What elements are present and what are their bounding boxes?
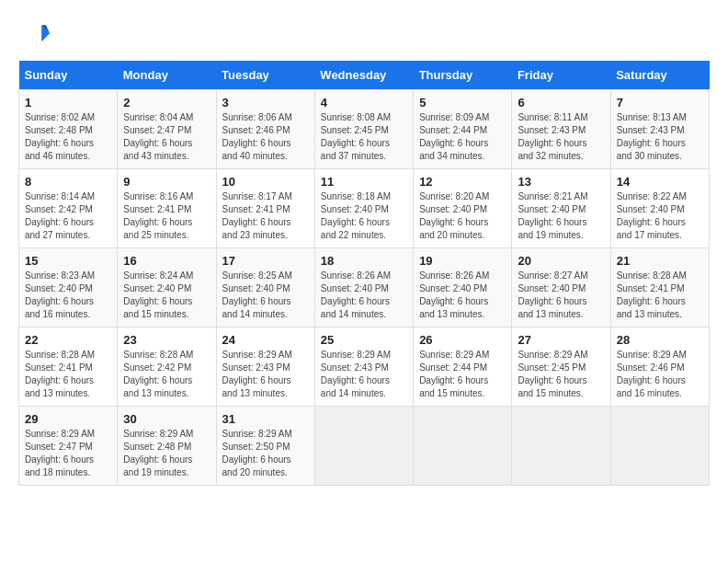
weekday-header-thursday: Thursday: [414, 61, 512, 90]
day-number: 5: [419, 96, 506, 109]
day-number: 27: [518, 333, 604, 347]
calendar-day-7: 7 Sunrise: 8:13 AMSunset: 2:43 PMDayligh…: [610, 90, 709, 169]
day-number: 26: [419, 333, 506, 347]
day-detail: Sunrise: 8:09 AMSunset: 2:44 PMDaylight:…: [419, 112, 489, 161]
calendar-day-4: 4 Sunrise: 8:08 AMSunset: 2:45 PMDayligh…: [314, 90, 413, 169]
day-detail: Sunrise: 8:29 AMSunset: 2:48 PMDaylight:…: [123, 429, 193, 477]
day-detail: Sunrise: 8:29 AMSunset: 2:44 PMDaylight:…: [419, 350, 489, 398]
calendar-day-26: 26 Sunrise: 8:29 AMSunset: 2:44 PMDaylig…: [414, 327, 512, 407]
day-detail: Sunrise: 8:16 AMSunset: 2:41 PMDaylight:…: [123, 191, 193, 240]
calendar-week-1: 1 Sunrise: 8:02 AMSunset: 2:48 PMDayligh…: [19, 90, 710, 169]
day-detail: Sunrise: 8:26 AMSunset: 2:40 PMDaylight:…: [321, 270, 391, 319]
day-detail: Sunrise: 8:21 AMSunset: 2:40 PMDaylight:…: [518, 191, 587, 240]
calendar-day-23: 23 Sunrise: 8:28 AMSunset: 2:42 PMDaylig…: [118, 327, 216, 407]
weekday-header-friday: Friday: [512, 61, 610, 90]
day-detail: Sunrise: 8:23 AMSunset: 2:40 PMDaylight:…: [25, 270, 95, 319]
calendar-day-29: 29 Sunrise: 8:29 AMSunset: 2:47 PMDaylig…: [19, 407, 118, 486]
day-number: 2: [123, 96, 210, 109]
calendar-week-3: 15 Sunrise: 8:23 AMSunset: 2:40 PMDaylig…: [19, 248, 710, 327]
day-number: 3: [222, 96, 309, 109]
calendar-day-12: 12 Sunrise: 8:20 AMSunset: 2:40 PMDaylig…: [414, 169, 512, 248]
day-detail: Sunrise: 8:13 AMSunset: 2:43 PMDaylight:…: [617, 112, 687, 161]
day-detail: Sunrise: 8:06 AMSunset: 2:46 PMDaylight:…: [222, 112, 292, 161]
logo: [18, 18, 57, 52]
day-detail: Sunrise: 8:28 AMSunset: 2:41 PMDaylight:…: [617, 270, 687, 319]
calendar-week-2: 8 Sunrise: 8:14 AMSunset: 2:42 PMDayligh…: [19, 169, 710, 248]
day-number: 24: [222, 333, 309, 347]
day-number: 17: [222, 254, 309, 268]
day-number: 14: [617, 175, 703, 189]
day-number: 20: [518, 254, 604, 268]
day-number: 1: [25, 96, 111, 109]
day-detail: Sunrise: 8:17 AMSunset: 2:41 PMDaylight:…: [222, 191, 292, 240]
day-number: 28: [617, 333, 703, 347]
day-number: 13: [518, 175, 604, 189]
calendar-day-11: 11 Sunrise: 8:18 AMSunset: 2:40 PMDaylig…: [314, 169, 413, 248]
day-detail: Sunrise: 8:14 AMSunset: 2:42 PMDaylight:…: [25, 191, 95, 240]
day-detail: Sunrise: 8:11 AMSunset: 2:43 PMDaylight:…: [518, 112, 587, 161]
day-detail: Sunrise: 8:29 AMSunset: 2:43 PMDaylight:…: [321, 350, 391, 398]
day-number: 12: [419, 175, 506, 189]
day-detail: Sunrise: 8:24 AMSunset: 2:40 PMDaylight:…: [123, 270, 193, 319]
calendar-day-2: 2 Sunrise: 8:04 AMSunset: 2:47 PMDayligh…: [118, 90, 216, 169]
calendar-day-21: 21 Sunrise: 8:28 AMSunset: 2:41 PMDaylig…: [610, 248, 709, 327]
day-number: 19: [419, 254, 506, 268]
day-detail: Sunrise: 8:22 AMSunset: 2:40 PMDaylight:…: [617, 191, 687, 240]
calendar-day-27: 27 Sunrise: 8:29 AMSunset: 2:45 PMDaylig…: [512, 327, 610, 407]
day-number: 23: [123, 333, 210, 347]
weekday-header-saturday: Saturday: [610, 61, 709, 90]
day-detail: Sunrise: 8:25 AMSunset: 2:40 PMDaylight:…: [222, 270, 292, 319]
day-detail: Sunrise: 8:29 AMSunset: 2:46 PMDaylight:…: [617, 350, 687, 398]
calendar-week-5: 29 Sunrise: 8:29 AMSunset: 2:47 PMDaylig…: [19, 407, 710, 486]
weekday-header-monday: Monday: [118, 61, 216, 90]
calendar-day-1: 1 Sunrise: 8:02 AMSunset: 2:48 PMDayligh…: [19, 90, 118, 169]
calendar-day-19: 19 Sunrise: 8:26 AMSunset: 2:40 PMDaylig…: [414, 248, 512, 327]
calendar-day-3: 3 Sunrise: 8:06 AMSunset: 2:46 PMDayligh…: [216, 90, 314, 169]
calendar-day-9: 9 Sunrise: 8:16 AMSunset: 2:41 PMDayligh…: [118, 169, 216, 248]
day-number: 16: [123, 254, 210, 268]
logo-icon: [18, 18, 51, 52]
calendar-day-6: 6 Sunrise: 8:11 AMSunset: 2:43 PMDayligh…: [512, 90, 610, 169]
calendar-day-14: 14 Sunrise: 8:22 AMSunset: 2:40 PMDaylig…: [610, 169, 709, 248]
calendar-day-17: 17 Sunrise: 8:25 AMSunset: 2:40 PMDaylig…: [216, 248, 314, 327]
calendar-day-15: 15 Sunrise: 8:23 AMSunset: 2:40 PMDaylig…: [19, 248, 118, 327]
empty-cell: [610, 407, 709, 486]
calendar-week-4: 22 Sunrise: 8:28 AMSunset: 2:41 PMDaylig…: [19, 327, 710, 407]
day-number: 11: [321, 175, 407, 189]
weekday-header-sunday: Sunday: [19, 61, 118, 90]
weekday-header-wednesday: Wednesday: [314, 61, 413, 90]
calendar-day-20: 20 Sunrise: 8:27 AMSunset: 2:40 PMDaylig…: [512, 248, 610, 327]
calendar-day-5: 5 Sunrise: 8:09 AMSunset: 2:44 PMDayligh…: [414, 90, 512, 169]
day-number: 18: [321, 254, 407, 268]
day-detail: Sunrise: 8:02 AMSunset: 2:48 PMDaylight:…: [25, 112, 95, 161]
calendar-day-10: 10 Sunrise: 8:17 AMSunset: 2:41 PMDaylig…: [216, 169, 314, 248]
calendar-table: SundayMondayTuesdayWednesdayThursdayFrid…: [18, 61, 710, 486]
day-detail: Sunrise: 8:20 AMSunset: 2:40 PMDaylight:…: [419, 191, 489, 240]
day-number: 29: [25, 412, 111, 426]
day-detail: Sunrise: 8:29 AMSunset: 2:47 PMDaylight:…: [25, 429, 95, 477]
calendar-day-22: 22 Sunrise: 8:28 AMSunset: 2:41 PMDaylig…: [19, 327, 118, 407]
day-detail: Sunrise: 8:29 AMSunset: 2:50 PMDaylight:…: [222, 429, 292, 477]
day-detail: Sunrise: 8:28 AMSunset: 2:42 PMDaylight:…: [123, 350, 193, 398]
day-number: 22: [25, 333, 111, 347]
day-detail: Sunrise: 8:28 AMSunset: 2:41 PMDaylight:…: [25, 350, 95, 398]
day-number: 9: [123, 175, 210, 189]
day-number: 8: [25, 175, 111, 189]
day-detail: Sunrise: 8:26 AMSunset: 2:40 PMDaylight:…: [419, 270, 489, 319]
calendar-day-16: 16 Sunrise: 8:24 AMSunset: 2:40 PMDaylig…: [118, 248, 216, 327]
calendar-day-13: 13 Sunrise: 8:21 AMSunset: 2:40 PMDaylig…: [512, 169, 610, 248]
day-detail: Sunrise: 8:27 AMSunset: 2:40 PMDaylight:…: [518, 270, 587, 319]
weekday-header-tuesday: Tuesday: [216, 61, 314, 90]
day-number: 10: [222, 175, 309, 189]
empty-cell: [414, 407, 512, 486]
day-number: 4: [321, 96, 407, 109]
day-number: 7: [617, 96, 703, 109]
calendar-day-28: 28 Sunrise: 8:29 AMSunset: 2:46 PMDaylig…: [610, 327, 709, 407]
calendar-day-8: 8 Sunrise: 8:14 AMSunset: 2:42 PMDayligh…: [19, 169, 118, 248]
page-header: [18, 18, 710, 52]
calendar-day-31: 31 Sunrise: 8:29 AMSunset: 2:50 PMDaylig…: [216, 407, 314, 486]
calendar-day-18: 18 Sunrise: 8:26 AMSunset: 2:40 PMDaylig…: [314, 248, 413, 327]
day-detail: Sunrise: 8:29 AMSunset: 2:45 PMDaylight:…: [518, 350, 587, 398]
day-detail: Sunrise: 8:18 AMSunset: 2:40 PMDaylight:…: [321, 191, 391, 240]
day-number: 25: [321, 333, 407, 347]
